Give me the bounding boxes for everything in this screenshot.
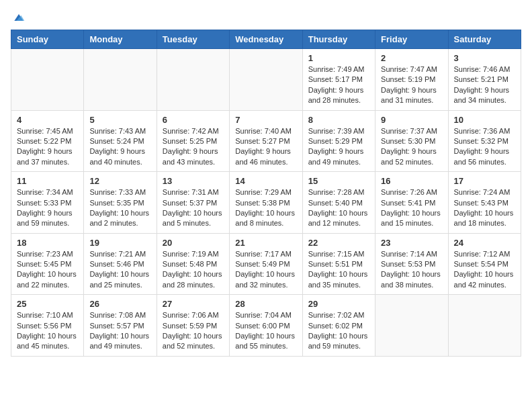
calendar-cell xyxy=(230,49,302,111)
calendar-cell: 25Sunrise: 7:10 AM Sunset: 5:56 PM Dayli… xyxy=(11,295,84,357)
calendar-day-header: Wednesday xyxy=(230,30,302,49)
page-header xyxy=(11,11,521,21)
day-info: Sunrise: 7:14 AM Sunset: 5:53 PM Dayligh… xyxy=(381,249,442,291)
day-number: 27 xyxy=(163,299,224,309)
calendar-week-row: 25Sunrise: 7:10 AM Sunset: 5:56 PM Dayli… xyxy=(11,295,521,357)
calendar-cell: 23Sunrise: 7:14 AM Sunset: 5:53 PM Dayli… xyxy=(375,233,448,295)
day-info: Sunrise: 7:08 AM Sunset: 5:57 PM Dayligh… xyxy=(89,310,150,352)
day-number: 2 xyxy=(381,53,442,63)
day-number: 16 xyxy=(381,176,442,186)
logo xyxy=(11,11,26,21)
calendar-week-row: 1Sunrise: 7:49 AM Sunset: 5:17 PM Daylig… xyxy=(11,49,521,111)
day-number: 18 xyxy=(17,238,78,248)
day-info: Sunrise: 7:02 AM Sunset: 6:02 PM Dayligh… xyxy=(308,310,369,352)
calendar-cell: 21Sunrise: 7:17 AM Sunset: 5:49 PM Dayli… xyxy=(230,233,302,295)
day-number: 3 xyxy=(454,53,515,63)
day-info: Sunrise: 7:26 AM Sunset: 5:41 PM Dayligh… xyxy=(381,187,442,229)
day-info: Sunrise: 7:21 AM Sunset: 5:46 PM Dayligh… xyxy=(89,249,150,291)
day-number: 29 xyxy=(308,299,369,309)
day-number: 9 xyxy=(381,115,442,125)
day-info: Sunrise: 7:24 AM Sunset: 5:43 PM Dayligh… xyxy=(454,187,515,229)
day-number: 15 xyxy=(308,176,369,186)
day-info: Sunrise: 7:39 AM Sunset: 5:29 PM Dayligh… xyxy=(308,126,369,168)
day-info: Sunrise: 7:45 AM Sunset: 5:22 PM Dayligh… xyxy=(17,126,78,168)
calendar-cell: 28Sunrise: 7:04 AM Sunset: 6:00 PM Dayli… xyxy=(230,295,302,357)
day-number: 25 xyxy=(17,299,78,309)
day-info: Sunrise: 7:17 AM Sunset: 5:49 PM Dayligh… xyxy=(235,249,296,291)
day-number: 14 xyxy=(235,176,296,186)
calendar-day-header: Saturday xyxy=(448,30,521,49)
day-info: Sunrise: 7:12 AM Sunset: 5:54 PM Dayligh… xyxy=(454,249,515,291)
calendar-cell: 22Sunrise: 7:15 AM Sunset: 5:51 PM Dayli… xyxy=(302,233,375,295)
calendar-cell xyxy=(84,49,157,111)
calendar-cell xyxy=(448,295,521,357)
day-number: 26 xyxy=(89,299,150,309)
calendar-cell: 29Sunrise: 7:02 AM Sunset: 6:02 PM Dayli… xyxy=(302,295,375,357)
day-info: Sunrise: 7:47 AM Sunset: 5:19 PM Dayligh… xyxy=(381,64,442,106)
day-number: 7 xyxy=(235,115,296,125)
day-number: 1 xyxy=(308,53,369,63)
logo-icon xyxy=(12,11,26,24)
calendar-cell: 2Sunrise: 7:47 AM Sunset: 5:19 PM Daylig… xyxy=(375,49,448,111)
calendar-cell: 14Sunrise: 7:29 AM Sunset: 5:38 PM Dayli… xyxy=(230,172,302,234)
calendar-cell: 7Sunrise: 7:40 AM Sunset: 5:27 PM Daylig… xyxy=(230,110,302,172)
day-info: Sunrise: 7:33 AM Sunset: 5:35 PM Dayligh… xyxy=(89,187,150,229)
calendar-cell: 8Sunrise: 7:39 AM Sunset: 5:29 PM Daylig… xyxy=(302,110,375,172)
calendar-cell: 15Sunrise: 7:28 AM Sunset: 5:40 PM Dayli… xyxy=(302,172,375,234)
calendar-cell xyxy=(375,295,448,357)
calendar-cell: 26Sunrise: 7:08 AM Sunset: 5:57 PM Dayli… xyxy=(84,295,157,357)
calendar-cell: 5Sunrise: 7:43 AM Sunset: 5:24 PM Daylig… xyxy=(84,110,157,172)
calendar-cell: 9Sunrise: 7:37 AM Sunset: 5:30 PM Daylig… xyxy=(375,110,448,172)
day-info: Sunrise: 7:31 AM Sunset: 5:37 PM Dayligh… xyxy=(163,187,224,229)
calendar-cell: 13Sunrise: 7:31 AM Sunset: 5:37 PM Dayli… xyxy=(157,172,229,234)
calendar-day-header: Tuesday xyxy=(157,30,229,49)
calendar-cell: 1Sunrise: 7:49 AM Sunset: 5:17 PM Daylig… xyxy=(302,49,375,111)
calendar-cell: 17Sunrise: 7:24 AM Sunset: 5:43 PM Dayli… xyxy=(448,172,521,234)
day-number: 20 xyxy=(163,238,224,248)
day-info: Sunrise: 7:10 AM Sunset: 5:56 PM Dayligh… xyxy=(17,310,78,352)
day-number: 23 xyxy=(381,238,442,248)
calendar-table: SundayMondayTuesdayWednesdayThursdayFrid… xyxy=(11,30,521,357)
calendar-day-header: Monday xyxy=(84,30,157,49)
day-number: 19 xyxy=(89,238,150,248)
day-number: 10 xyxy=(454,115,515,125)
day-number: 13 xyxy=(163,176,224,186)
day-info: Sunrise: 7:29 AM Sunset: 5:38 PM Dayligh… xyxy=(235,187,296,229)
day-number: 6 xyxy=(163,115,224,125)
calendar-cell xyxy=(157,49,229,111)
calendar-week-row: 11Sunrise: 7:34 AM Sunset: 5:33 PM Dayli… xyxy=(11,172,521,234)
calendar-day-header: Friday xyxy=(375,30,448,49)
day-info: Sunrise: 7:42 AM Sunset: 5:25 PM Dayligh… xyxy=(163,126,224,168)
calendar-cell: 18Sunrise: 7:23 AM Sunset: 5:45 PM Dayli… xyxy=(11,233,84,295)
day-info: Sunrise: 7:19 AM Sunset: 5:48 PM Dayligh… xyxy=(163,249,224,291)
day-number: 28 xyxy=(235,299,296,309)
day-info: Sunrise: 7:04 AM Sunset: 6:00 PM Dayligh… xyxy=(235,310,296,352)
day-info: Sunrise: 7:37 AM Sunset: 5:30 PM Dayligh… xyxy=(381,126,442,168)
calendar-cell: 3Sunrise: 7:46 AM Sunset: 5:21 PM Daylig… xyxy=(448,49,521,111)
day-info: Sunrise: 7:28 AM Sunset: 5:40 PM Dayligh… xyxy=(308,187,369,229)
day-info: Sunrise: 7:34 AM Sunset: 5:33 PM Dayligh… xyxy=(17,187,78,229)
calendar-cell: 4Sunrise: 7:45 AM Sunset: 5:22 PM Daylig… xyxy=(11,110,84,172)
day-info: Sunrise: 7:40 AM Sunset: 5:27 PM Dayligh… xyxy=(235,126,296,168)
day-number: 12 xyxy=(89,176,150,186)
day-number: 24 xyxy=(454,238,515,248)
calendar-week-row: 4Sunrise: 7:45 AM Sunset: 5:22 PM Daylig… xyxy=(11,110,521,172)
calendar-header-row: SundayMondayTuesdayWednesdayThursdayFrid… xyxy=(11,30,521,49)
calendar-cell: 11Sunrise: 7:34 AM Sunset: 5:33 PM Dayli… xyxy=(11,172,84,234)
day-number: 11 xyxy=(17,176,78,186)
calendar-cell: 27Sunrise: 7:06 AM Sunset: 5:59 PM Dayli… xyxy=(157,295,229,357)
calendar-cell: 19Sunrise: 7:21 AM Sunset: 5:46 PM Dayli… xyxy=(84,233,157,295)
calendar-week-row: 18Sunrise: 7:23 AM Sunset: 5:45 PM Dayli… xyxy=(11,233,521,295)
day-info: Sunrise: 7:46 AM Sunset: 5:21 PM Dayligh… xyxy=(454,64,515,106)
day-number: 17 xyxy=(454,176,515,186)
calendar-cell xyxy=(11,49,84,111)
day-info: Sunrise: 7:06 AM Sunset: 5:59 PM Dayligh… xyxy=(163,310,224,352)
calendar-cell: 24Sunrise: 7:12 AM Sunset: 5:54 PM Dayli… xyxy=(448,233,521,295)
calendar-cell: 16Sunrise: 7:26 AM Sunset: 5:41 PM Dayli… xyxy=(375,172,448,234)
day-info: Sunrise: 7:15 AM Sunset: 5:51 PM Dayligh… xyxy=(308,249,369,291)
day-info: Sunrise: 7:23 AM Sunset: 5:45 PM Dayligh… xyxy=(17,249,78,291)
day-number: 4 xyxy=(17,115,78,125)
day-info: Sunrise: 7:36 AM Sunset: 5:32 PM Dayligh… xyxy=(454,126,515,168)
day-number: 5 xyxy=(89,115,150,125)
day-number: 22 xyxy=(308,238,369,248)
